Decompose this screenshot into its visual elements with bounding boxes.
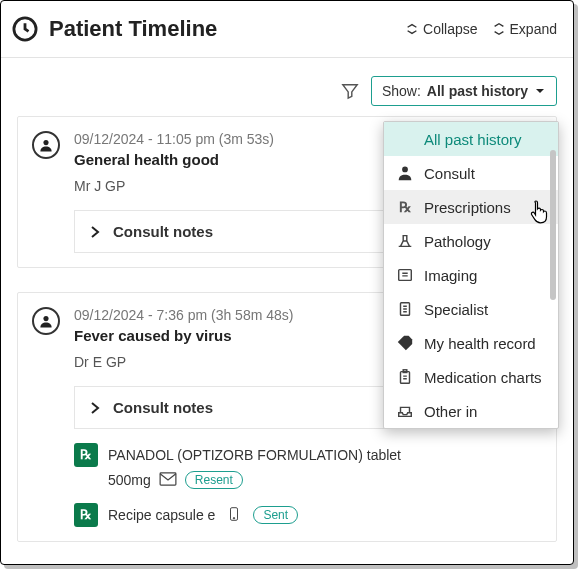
show-prefix: Show:	[382, 83, 421, 99]
dropdown-item-consult[interactable]: Consult	[384, 156, 558, 190]
chevron-down-icon	[534, 85, 546, 97]
dropdown-item-label: Pathology	[424, 233, 491, 250]
clipboard-icon	[396, 368, 414, 386]
dropdown-item-medication-charts[interactable]: Medication charts	[384, 360, 558, 394]
dropdown-item-label: Imaging	[424, 267, 477, 284]
dropdown-item-label: Prescriptions	[424, 199, 511, 216]
rx-dose-row: 500mgResent	[108, 471, 542, 489]
svg-rect-9	[401, 372, 410, 384]
avatar-icon	[32, 131, 60, 159]
tag-icon	[396, 334, 414, 352]
svg-point-6	[402, 167, 408, 173]
dropdown-item-label: Other in	[424, 403, 477, 420]
rx-status-badge: Resent	[185, 471, 243, 489]
dropdown-item-label: My health record	[424, 335, 536, 352]
dropdown-item-my-health-record[interactable]: My health record	[384, 326, 558, 360]
dropdown-item-label: Consult	[424, 165, 475, 182]
dropdown-scrollbar[interactable]	[550, 150, 556, 300]
page-title: Patient Timeline	[49, 16, 391, 42]
rx-icon: ℞	[396, 198, 414, 216]
svg-rect-3	[160, 472, 176, 484]
dropdown-item-label: All past history	[424, 131, 522, 148]
tray-icon	[396, 402, 414, 420]
chevron-right-icon	[89, 401, 101, 415]
avatar-icon	[32, 307, 60, 335]
person-icon	[396, 164, 414, 182]
dropdown-item-specialist[interactable]: Specialist	[384, 292, 558, 326]
show-filter-dropdown[interactable]: All past historyConsult℞PrescriptionsPat…	[383, 121, 559, 429]
phone-icon	[225, 507, 243, 524]
rx-line: ℞Recipe capsule eSent	[74, 503, 542, 527]
show-filter-select[interactable]: Show: All past history	[371, 76, 557, 106]
rx-line: ℞PANADOL (OPTIZORB FORMULATION) tablet	[74, 443, 542, 467]
consult-notes-label: Consult notes	[113, 399, 213, 416]
rx-icon: ℞	[74, 503, 98, 527]
svg-point-2	[43, 316, 48, 321]
expand-button[interactable]: Expand	[492, 21, 557, 37]
collapse-button[interactable]: Collapse	[405, 21, 477, 37]
collapse-label: Collapse	[423, 21, 477, 37]
svg-rect-7	[399, 270, 412, 281]
clock-icon	[11, 15, 39, 43]
dropdown-item-imaging[interactable]: Imaging	[384, 258, 558, 292]
flask-icon	[396, 232, 414, 250]
dropdown-item-other-in[interactable]: Other in	[384, 394, 558, 428]
xray-icon	[396, 266, 414, 284]
blank-icon	[396, 130, 414, 148]
dropdown-item-all-past-history[interactable]: All past history	[384, 122, 558, 156]
mail-icon	[159, 472, 177, 489]
rx-status-badge: Sent	[253, 506, 298, 524]
rx-dose: 500mg	[108, 472, 151, 488]
rx-name: Recipe capsule e	[108, 507, 215, 523]
svg-point-5	[234, 517, 235, 518]
rx-name: PANADOL (OPTIZORB FORMULATION) tablet	[108, 447, 401, 463]
dropdown-item-prescriptions[interactable]: ℞Prescriptions	[384, 190, 558, 224]
show-value: All past history	[427, 83, 528, 99]
filter-icon[interactable]	[341, 82, 359, 100]
consult-notes-label: Consult notes	[113, 223, 213, 240]
svg-point-1	[43, 140, 48, 145]
dropdown-item-label: Medication charts	[424, 369, 542, 386]
chevron-right-icon	[89, 225, 101, 239]
dropdown-item-label: Specialist	[424, 301, 488, 318]
doc-icon	[396, 300, 414, 318]
dropdown-item-pathology[interactable]: Pathology	[384, 224, 558, 258]
expand-label: Expand	[510, 21, 557, 37]
rx-icon: ℞	[74, 443, 98, 467]
